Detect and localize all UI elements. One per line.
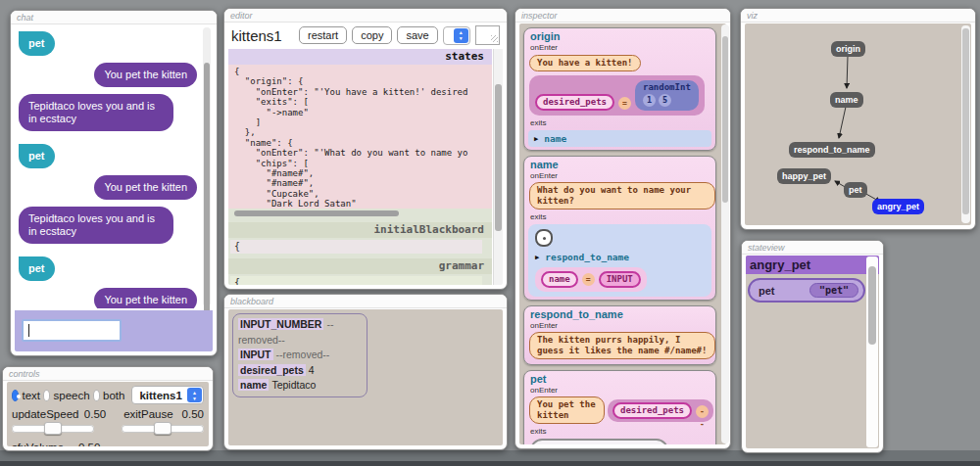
expand-triangle-icon[interactable]: ▶ (535, 254, 539, 261)
editor-mini-select[interactable]: ▲▼ (443, 26, 470, 45)
blackboard-key: INPUT_NUMBER (238, 318, 323, 330)
page-bottom-edge (0, 461, 980, 466)
sfx-volume-label: sfxVolume (12, 442, 78, 446)
assignment-block: desired_pets = randomInt 1 5 (529, 75, 705, 116)
exit-target: name (544, 133, 566, 144)
editor-scrollbar-thumb[interactable] (495, 84, 502, 231)
update-speed-value: 0.50 (84, 408, 123, 420)
resize-handle-icon[interactable] (491, 35, 498, 42)
chat-response-bubble: Tepidtaco loves you and is in ecstacy (19, 207, 173, 244)
chat-action-bubble: You pet the kitten (94, 288, 197, 308)
on-enter-label: onEnter (524, 170, 715, 180)
bot-select[interactable]: kittens1 ▲▼ (131, 386, 204, 404)
variable-pill: desired_pets (612, 402, 692, 419)
operator-badge: -- (696, 405, 709, 418)
chat-message-list: pet You pet the kitten Tepidtaco loves y… (15, 25, 201, 308)
chat-input[interactable] (22, 319, 122, 342)
blackboard-value: Tepidtaco (269, 379, 316, 391)
viz-scrollbar[interactable] (961, 25, 970, 223)
graph-node-pet[interactable]: pet (844, 182, 867, 198)
expand-triangle-icon[interactable]: ▶ (534, 135, 538, 143)
on-enter-label: onEnter (524, 320, 715, 330)
value-pill: INPUT (599, 271, 641, 288)
chat-window: chat pet You pet the kitten Tepidtaco lo… (10, 10, 218, 356)
viz-titlebar[interactable]: viz (741, 9, 975, 23)
graph-node-name[interactable]: name (830, 92, 863, 108)
state-card-title: respond_to_name (524, 306, 715, 320)
viz-scrollbar-thumb[interactable] (962, 28, 969, 214)
stateview-body: angry_pet pet "pet" (746, 256, 879, 448)
grammar-code[interactable]: { (230, 276, 482, 285)
stateview-row[interactable]: pet "pet" (748, 278, 865, 303)
editor-body: kittens1 restart copy save ▲▼ states { "… (228, 23, 503, 285)
chat-chip-bubble: pet (19, 144, 55, 168)
state-card-pet[interactable]: pet onEnter You pet the kitten desired_p… (523, 370, 716, 444)
stateview-row-key: pet (759, 285, 775, 297)
inspector-scrollbar[interactable] (721, 24, 729, 443)
inspector-titlebar[interactable]: inspector (515, 9, 730, 23)
blackboard-titlebar[interactable]: blackboard (224, 295, 507, 308)
exit-pause-slider[interactable] (122, 425, 204, 433)
code-hscrollbar-thumb[interactable] (234, 210, 399, 216)
state-card-name[interactable]: name onEnter What do you want to name yo… (523, 156, 716, 301)
blackboard-key: INPUT (238, 349, 273, 360)
assignment-block: name = INPUT (535, 267, 647, 292)
radio-text[interactable] (12, 390, 19, 401)
graph-node-angry-pet[interactable]: angry_pet (872, 199, 924, 214)
save-button[interactable]: save (397, 26, 437, 44)
radio-speech[interactable] (43, 390, 50, 401)
inspector-scrollbar-thumb[interactable] (722, 36, 728, 203)
graph-node-origin[interactable]: origin (831, 41, 865, 57)
initial-blackboard-code[interactable]: { (230, 240, 482, 254)
chat-titlebar[interactable]: chat (11, 11, 217, 24)
update-speed-slider-thumb[interactable] (44, 422, 62, 435)
exits-label: exits (524, 426, 715, 436)
states-code-editor[interactable]: { "origin": { "onEnter": "'You have a ki… (228, 65, 492, 209)
state-card-origin[interactable]: origin onEnter You have a kitten! desire… (523, 27, 716, 151)
exit-row[interactable]: ▶ respond_to_name (535, 252, 705, 262)
chat-chip-bubble: pet (19, 31, 55, 56)
on-enter-label: onEnter (524, 42, 715, 52)
chip-input-icon[interactable] (535, 229, 553, 247)
variable-pill: desired_pets (535, 94, 614, 111)
text-caret-icon (28, 324, 29, 337)
update-speed-slider[interactable] (12, 425, 94, 433)
grammar-section-header: grammar (228, 258, 492, 274)
radio-both[interactable] (93, 390, 100, 401)
stateview-titlebar[interactable]: stateview (742, 241, 883, 255)
variable-pill: name (541, 271, 578, 288)
editor-filename: kittens1 (231, 27, 294, 44)
stepper-icon[interactable]: ▲▼ (454, 28, 468, 43)
graph-node-happy-pet[interactable]: happy_pet (777, 168, 831, 184)
state-card-title: name (524, 157, 715, 170)
chat-chip-bubble: pet (19, 256, 55, 281)
stateview-scrollbar[interactable] (866, 256, 878, 447)
restart-button[interactable]: restart (299, 26, 347, 44)
stateview-scrollbar-thumb[interactable] (868, 266, 876, 345)
editor-window: editor kittens1 restart copy save ▲▼ sta… (223, 8, 508, 290)
state-card-title: pet (524, 371, 715, 385)
inspector-window: inspector origin onEnter You have a kitt… (514, 8, 731, 449)
controls-titlebar[interactable]: controls (3, 367, 213, 381)
chat-scrollbar-thumb[interactable] (204, 63, 210, 315)
blackboard-window: blackboard INPUT_NUMBER--removed-- INPUT… (223, 294, 508, 450)
editor-scrollbar[interactable] (493, 49, 503, 285)
graph-node-respond-to-name[interactable]: respond_to_name (789, 142, 875, 158)
radio-speech-label: speech (53, 390, 89, 401)
stepper-icon[interactable]: ▲▼ (187, 388, 202, 402)
editor-toolbar: kittens1 restart copy save ▲▼ (228, 23, 503, 47)
controls-window: controls text speech both kittens1 ▲▼ up… (2, 366, 214, 451)
code-hscrollbar[interactable] (232, 210, 484, 217)
blackboard-entry: INPUT--removed-- (238, 348, 362, 363)
stateview-row-value-pill: "pet" (809, 283, 858, 298)
editor-titlebar[interactable]: editor (224, 9, 507, 23)
state-card-respond-to-name[interactable]: respond_to_name onEnter The kitten purrs… (523, 305, 716, 365)
stateview-window: stateview angry_pet pet "pet" (741, 240, 884, 453)
editor-content: states { "origin": { "onEnter": "'You ha… (228, 49, 492, 285)
chat-scrollbar[interactable] (203, 27, 211, 306)
copy-button[interactable]: copy (352, 26, 392, 44)
exit-pause-slider-thumb[interactable] (154, 422, 172, 435)
operator-badge: = (618, 97, 631, 110)
exit-row[interactable]: ▶ name (528, 130, 711, 147)
exits-label: exits (524, 117, 715, 127)
